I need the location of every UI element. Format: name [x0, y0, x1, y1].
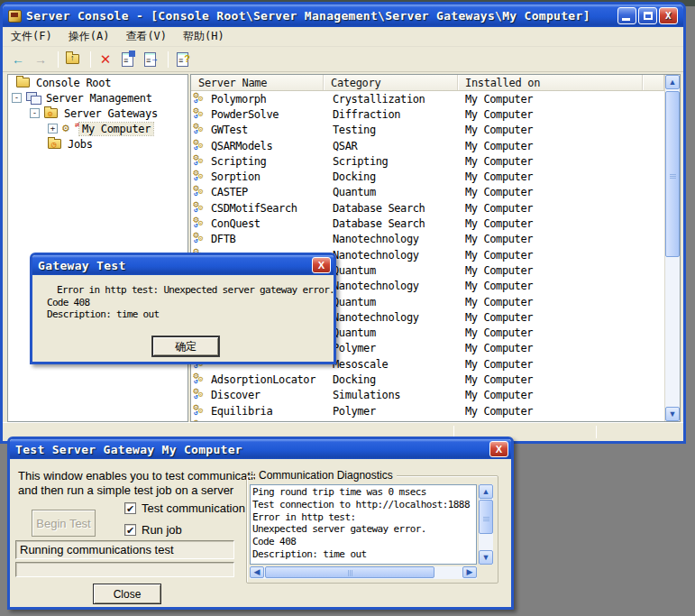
maximize-button[interactable] — [638, 7, 657, 24]
category-cell: Mesoscale — [324, 358, 458, 371]
back-icon[interactable]: ← — [8, 51, 28, 69]
collapse-expander-icon[interactable]: - — [12, 93, 22, 103]
diagnostics-line: Description: time out — [252, 548, 474, 561]
tree-item-my-computer[interactable]: + ⚙⇄ My Computer — [8, 121, 187, 136]
category-cell: Scripting — [324, 155, 458, 168]
category-cell: Nanotechnology — [324, 311, 458, 324]
diagnostics-line: Ping round trip time was 0 msecs — [252, 486, 474, 499]
run-job-checkbox[interactable]: ✔ Run job — [124, 523, 182, 537]
server-list-row[interactable]: ⚙⚙↺ GWTest Testing My Computer — [191, 123, 664, 138]
server-gears-icon: ⚙⚙↺ — [191, 388, 211, 402]
scrollbar-thumb[interactable] — [265, 566, 434, 578]
server-list-row[interactable]: ⚙⚙↺ CSDMotifSearch Database Search My Co… — [191, 200, 664, 216]
server-list-row[interactable]: ⚙⚙↺ PowderSolve Diffraction My Computer — [191, 106, 664, 122]
server-list-row[interactable]: ⚙⚙↺ ConQuest Database Search My Computer — [191, 216, 664, 231]
category-cell: Database Search — [324, 217, 458, 230]
ok-button[interactable]: 确定 — [152, 336, 219, 356]
scroll-right-icon[interactable]: ▶ — [462, 566, 477, 578]
toolbar: ← → ↑ ✕ — [3, 47, 683, 72]
close-dialog-button[interactable]: Close — [93, 584, 161, 604]
export-list-icon[interactable] — [141, 51, 160, 69]
column-header-server-name[interactable]: Server Name — [191, 75, 324, 90]
server-list-row[interactable]: ⚙⚙↺ AdsorptionLocator Docking My Compute… — [191, 372, 664, 387]
list-header: Server Name Category Installed on — [191, 75, 664, 91]
server-list-row[interactable]: ⚙⚙↺ Discover Simulations My Computer — [191, 388, 664, 403]
category-cell: Nanotechnology — [324, 249, 458, 262]
server-list-row[interactable]: ⚙⚙↺ CASTEP Quantum My Computer — [191, 185, 664, 200]
dialog-close-icon[interactable]: X — [312, 257, 331, 273]
scroll-up-icon[interactable]: ▲ — [479, 484, 493, 499]
server-list-pane: Server Name Category Installed on ⚙⚙↺ Po… — [190, 74, 681, 422]
tree-item-jobs[interactable]: ◷ Jobs — [8, 136, 187, 152]
diagnostics-output[interactable]: Ping round trip time was 0 msecsTest con… — [250, 484, 477, 565]
category-cell: Quantum — [324, 326, 458, 339]
up-one-level-icon[interactable]: ↑ — [63, 51, 83, 69]
dialog-title: Gateway Test — [38, 259, 126, 272]
scroll-up-icon[interactable]: ▲ — [665, 75, 680, 89]
category-cell: Nanotechnology — [324, 280, 458, 292]
collapse-expander-icon[interactable]: - — [30, 108, 40, 118]
dialog-titlebar[interactable]: Test Server Gateway My Computer — [10, 439, 511, 459]
category-cell: Simulations — [324, 389, 458, 401]
error-message-line2: Code 408 — [47, 297, 89, 308]
column-header-category[interactable]: Category — [324, 75, 458, 90]
scroll-left-icon[interactable]: ◀ — [250, 566, 264, 578]
installed-on-cell: My Computer — [458, 389, 664, 401]
tree-item-server-gateways[interactable]: - ⚙ Server Gateways — [8, 106, 187, 121]
diagnostics-vertical-scrollbar[interactable]: ▲ ▼ — [478, 484, 493, 565]
list-vertical-scrollbar[interactable]: ▲ ▼ — [664, 75, 680, 421]
tree-item-console-root[interactable]: Console Root — [8, 75, 187, 90]
begin-test-button[interactable]: Begin Test — [32, 510, 96, 537]
help-icon[interactable] — [173, 51, 193, 69]
expand-expander-icon[interactable]: + — [48, 124, 58, 133]
tree-item-server-management[interactable]: - Server Management — [8, 90, 187, 106]
server-list-row[interactable]: ⚙⚙↺ QSARModels QSAR My Computer — [191, 138, 664, 153]
minimize-button[interactable] — [617, 7, 636, 24]
forward-icon[interactable]: → — [31, 51, 50, 69]
diagnostics-horizontal-scrollbar[interactable]: ◀ ▶ — [250, 566, 477, 579]
toolbar-separator — [58, 51, 59, 68]
server-console-window: Server Console - [Console Root\Server Ma… — [0, 2, 686, 444]
installed-on-cell: My Computer — [458, 249, 664, 262]
titlebar[interactable]: Server Console - [Console Root\Server Ma… — [3, 5, 683, 27]
menu-view[interactable]: 查看(V) — [117, 27, 175, 46]
menu-action[interactable]: 操作(A) — [60, 27, 118, 46]
server-list-row[interactable]: ⚙⚙↺ — [191, 418, 664, 421]
category-cell: Docking — [324, 373, 458, 386]
server-list-row[interactable]: ⚙⚙↺ DFTB Nanotechnology My Computer — [191, 232, 664, 247]
server-list-row[interactable]: ⚙⚙↺ Scripting Scripting My Computer — [191, 153, 664, 169]
dialog-close-icon[interactable]: X — [489, 441, 508, 457]
category-cell: Polymer — [324, 405, 458, 418]
installed-on-cell: My Computer — [458, 311, 664, 324]
scroll-down-icon[interactable]: ▼ — [665, 407, 680, 421]
scrollbar-thumb[interactable] — [665, 91, 680, 257]
menu-file[interactable]: 文件(F) — [3, 27, 60, 46]
properties-icon[interactable] — [118, 51, 138, 69]
folder-icon — [16, 77, 32, 89]
column-header-installed-on[interactable]: Installed on — [458, 75, 643, 90]
dialog-title: Test Server Gateway My Computer — [15, 443, 242, 456]
installed-on-cell: My Computer — [458, 405, 664, 418]
scroll-down-icon[interactable]: ▼ — [479, 550, 493, 565]
installed-on-cell: My Computer — [458, 202, 664, 215]
category-cell: Polymer — [324, 342, 458, 354]
checkbox-checked-icon[interactable]: ✔ — [124, 502, 136, 514]
folder-check-icon: ◷ — [48, 138, 63, 151]
menu-help[interactable]: 帮助(H) — [175, 27, 233, 46]
checkbox-checked-icon[interactable]: ✔ — [124, 524, 136, 536]
delete-icon[interactable]: ✕ — [96, 51, 115, 69]
close-button[interactable]: X — [659, 7, 678, 24]
test-communication-checkbox[interactable]: ✔ Test communication — [124, 501, 245, 515]
installed-on-cell: My Computer — [458, 93, 664, 106]
server-name-cell: CASTEP — [211, 186, 324, 198]
installed-on-cell: My Computer — [458, 296, 664, 308]
server-list-row[interactable]: ⚙⚙↺ Sorption Docking My Computer — [191, 169, 664, 184]
server-name-cell: GWTest — [211, 124, 324, 136]
server-list-row[interactable]: ⚙⚙↺ Polymorph Crystallization My Compute… — [191, 91, 664, 106]
server-list-row[interactable]: ⚙⚙↺ Equilibria Polymer My Computer — [191, 403, 664, 418]
test-server-gateway-dialog: Test Server Gateway My Computer X This w… — [7, 437, 514, 610]
server-name-cell: PowderSolve — [211, 108, 324, 121]
gateway-gear-icon: ⚙⇄ — [62, 123, 78, 135]
scrollbar-thumb[interactable] — [479, 500, 493, 534]
dialog-titlebar[interactable]: Gateway Test — [32, 255, 334, 275]
